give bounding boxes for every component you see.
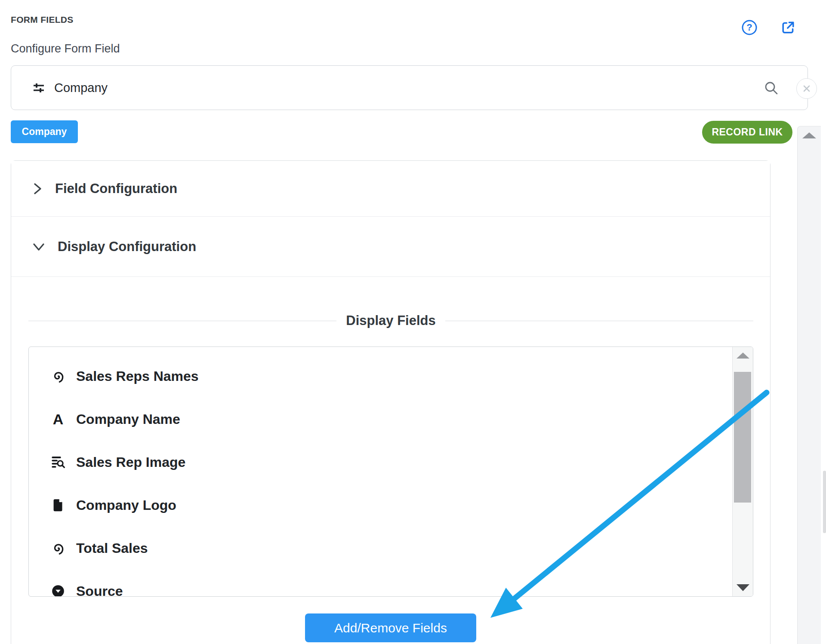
display-fields-list-content: Sales Reps Names A Company Name bbox=[29, 347, 732, 596]
list-item-label: Total Sales bbox=[76, 540, 148, 556]
panel-scrollbar[interactable] bbox=[797, 126, 821, 644]
selected-field-chip[interactable]: Company bbox=[11, 120, 78, 143]
spiral-icon bbox=[49, 368, 67, 384]
list-item[interactable]: Source bbox=[29, 570, 732, 596]
section-display-configuration[interactable]: Display Configuration bbox=[11, 217, 770, 277]
clear-field-button[interactable] bbox=[796, 78, 817, 99]
scroll-up-button[interactable] bbox=[733, 347, 753, 364]
list-item[interactable]: Company Logo bbox=[29, 484, 732, 527]
search-input[interactable] bbox=[53, 80, 808, 95]
search-icon[interactable] bbox=[764, 80, 779, 96]
display-fields-title: Display Fields bbox=[336, 313, 445, 328]
scrollbar-thumb[interactable] bbox=[734, 372, 751, 503]
close-icon bbox=[802, 84, 811, 93]
list-scrollbar[interactable] bbox=[732, 347, 753, 596]
list-item[interactable]: Total Sales bbox=[29, 527, 732, 570]
panel-title: FORM FIELDS bbox=[11, 15, 74, 25]
field-search-box[interactable] bbox=[11, 65, 808, 110]
divider bbox=[445, 321, 753, 321]
scroll-down-button[interactable] bbox=[733, 579, 753, 596]
letter-a-icon: A bbox=[49, 412, 67, 426]
list-item-label: Company Logo bbox=[76, 497, 176, 513]
triangle-up-icon bbox=[737, 353, 749, 359]
configuration-panel: Field Configuration Display Configuratio… bbox=[11, 160, 771, 644]
external-link-icon bbox=[780, 19, 797, 36]
page-scrollbar-thumb[interactable] bbox=[823, 471, 826, 533]
form-fields-panel: FORM FIELDS Configure Form Field ? bbox=[0, 0, 826, 644]
list-item-label: Source bbox=[76, 583, 123, 597]
open-external-button[interactable] bbox=[780, 19, 797, 36]
filter-sliders-icon bbox=[32, 81, 46, 95]
chevron-right-icon bbox=[32, 182, 43, 196]
list-item[interactable]: A Company Name bbox=[29, 398, 732, 441]
display-fields-list: Sales Reps Names A Company Name bbox=[28, 347, 753, 597]
configure-form-field-label: Configure Form Field bbox=[11, 42, 120, 55]
add-remove-fields-button[interactable]: Add/Remove Fields bbox=[305, 613, 476, 642]
list-item-label: Sales Rep Image bbox=[76, 454, 185, 470]
display-fields-heading: Display Fields bbox=[28, 311, 753, 330]
spiral-icon bbox=[49, 540, 67, 556]
list-item-label: Sales Reps Names bbox=[76, 368, 199, 384]
chevron-down-icon bbox=[32, 241, 46, 252]
triangle-down-icon bbox=[737, 584, 749, 591]
divider bbox=[28, 321, 336, 321]
document-icon bbox=[49, 498, 67, 512]
triangle-up-icon bbox=[802, 132, 816, 138]
list-item[interactable]: Sales Rep Image bbox=[29, 441, 732, 484]
section-field-configuration[interactable]: Field Configuration bbox=[11, 161, 770, 217]
svg-text:?: ? bbox=[746, 22, 752, 33]
list-search-icon bbox=[49, 454, 67, 470]
section-label: Field Configuration bbox=[55, 181, 177, 196]
section-label: Display Configuration bbox=[58, 239, 196, 255]
help-icon: ? bbox=[741, 19, 758, 36]
list-item[interactable]: Sales Reps Names bbox=[29, 355, 732, 398]
list-item-label: Company Name bbox=[76, 411, 180, 427]
field-type-badge: RECORD LINK bbox=[702, 121, 792, 144]
help-button[interactable]: ? bbox=[741, 19, 758, 36]
dropdown-circle-icon bbox=[49, 584, 67, 596]
